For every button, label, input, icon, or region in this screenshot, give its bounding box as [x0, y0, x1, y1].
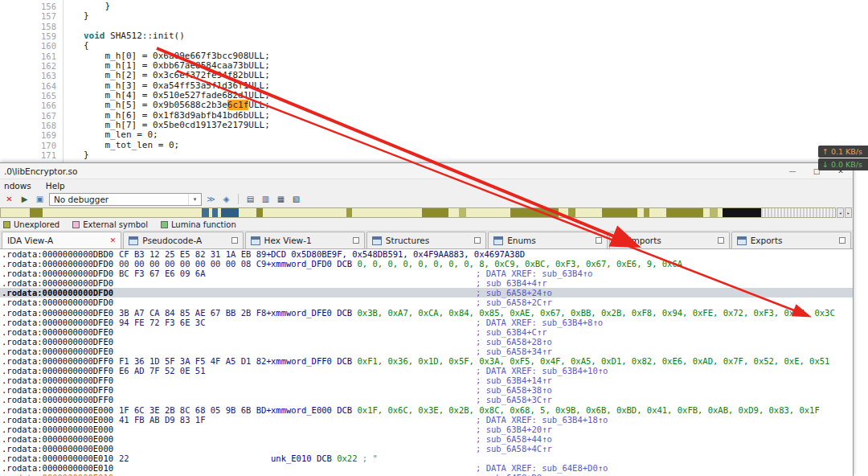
listing-line[interactable]: .rodata:0000000000DFF0E6 AD 7F 52 0E 51;…: [0, 366, 853, 375]
tab-imports[interactable]: Imports: [609, 232, 729, 248]
code-text: m_tot_len = 0;: [84, 141, 179, 150]
cancel-icon[interactable]: ✕: [3, 193, 15, 205]
listing-line[interactable]: .rodata:0000000000DBD0CF B3 12 25 E5 82 …: [0, 249, 853, 259]
code-line[interactable]: 159void SHA512::init(): [0, 31, 868, 41]
listing-line[interactable]: .rodata:0000000000DFE03B A7 CA 84 85 AE …: [0, 308, 853, 318]
attach-icon[interactable]: ▣: [34, 193, 46, 205]
detach-tab-icon[interactable]: [353, 237, 359, 244]
tab-pseudocode-a[interactable]: Pseudocode-A: [123, 232, 243, 248]
navband-segment: [666, 208, 703, 217]
disasm-num: 0xF1, 0x36, 0x1D, 0x5F, 0x3A, 0xF5, 0x4F…: [357, 356, 829, 366]
xref-comment: ; DATA XREF: sub_63B4↑o: [476, 269, 592, 278]
navigation-band-arrows: ◂▸: [837, 207, 853, 218]
listing-line[interactable]: .rodata:0000000000DFE0; sub_6A58+28↑o: [0, 337, 853, 347]
minimize-button[interactable]: —: [780, 163, 805, 178]
run-until-icon[interactable]: ◈: [220, 193, 232, 205]
listing-line[interactable]: .rodata:0000000000DFD0; sub_6A58+2C↑r: [0, 298, 853, 307]
code-segment: m_h[0] = 0x6a09e667f3bcc908ULL;: [84, 51, 270, 61]
tab-ida-view-a[interactable]: IDA View-A✕: [2, 232, 121, 248]
network-speed-overlay: ↑ 0.1 KB/s ↓ 0.0 KB/s: [818, 146, 868, 171]
code-segment: ULL;: [248, 100, 270, 110]
disasm-num: 0x1F, 0x6C, 0x3E, 0x2B, 0x8C, 0x68, 5, 0…: [357, 405, 819, 415]
listing-line[interactable]: .rodata:0000000000DFE0; sub_6A58+34↑r: [0, 347, 853, 356]
disasm-ins: DCD 0x5D80BE9F, 0x548DB591, 0x4F9AA883, …: [271, 249, 525, 259]
listing-line[interactable]: .rodata:0000000000DFD0; sub_63B4+4↑r: [0, 278, 853, 288]
code-editor-pane[interactable]: 156 }157}158159void SHA512::init()160{16…: [0, 0, 868, 162]
disassembly-listing[interactable]: .rodata:0000000000DBD0CF B3 12 25 E5 82 …: [0, 249, 853, 476]
byte-values: BC F3 67 E6 09 6A: [119, 269, 205, 278]
line-number: 165: [0, 91, 56, 101]
line-number: 171: [0, 150, 56, 160]
tab-exports[interactable]: Exports: [731, 232, 851, 248]
code-segment: m_h[6] = 0x1f83d9abfb41bd6bULL;: [84, 110, 270, 121]
tab-hex-view-1[interactable]: Hex View-1: [245, 232, 365, 248]
byte-values: 22: [119, 453, 129, 463]
xref-comment: ; sub_6A58+2C↑r: [476, 298, 552, 307]
xref-comment: ; DATA XREF: sub_63B4+10↑o: [476, 366, 608, 375]
listing-line[interactable]: .rodata:0000000000DFE0; sub_63B4+C↑r: [0, 327, 853, 337]
detach-tab-icon[interactable]: [474, 237, 481, 244]
listing-line[interactable]: .rodata:0000000000E010; DATA XREF: sub_6…: [0, 463, 853, 473]
listing-line[interactable]: .rodata:0000000000DFD000 00 00 00 00 00 …: [0, 259, 853, 269]
ida-pro-window: .0\libEncryptor.so —□✕ ndowsHelp ✕▶▣No d…: [0, 162, 854, 476]
line-number: 166: [0, 101, 56, 110]
disasm-name: xmmword_DFE0: [271, 308, 337, 318]
code-line[interactable]: 171}: [0, 150, 868, 160]
disasm-name: xmmword_E000: [271, 405, 337, 415]
listing-line[interactable]: .rodata:0000000000E0001F 6C 3E 2B 8C 68 …: [0, 405, 853, 415]
listing-line[interactable]: .rodata:0000000000E000; sub_6A58+4C↑r: [0, 444, 853, 453]
code-segment: m_h[4] = 0x510e527fade682d1ULL;: [84, 90, 270, 101]
listing-line[interactable]: .rodata:0000000000E000; sub_6A58+44↑o: [0, 434, 853, 444]
menu-item-ndows[interactable]: ndows: [2, 181, 33, 191]
view-toggle-1-icon[interactable]: ▤: [244, 193, 256, 205]
detach-tab-icon[interactable]: [231, 237, 238, 244]
code-segment: }: [84, 1, 110, 11]
code-line[interactable]: 156 }: [0, 2, 868, 11]
detach-tab-icon[interactable]: [718, 237, 724, 244]
address: .rodata:0000000000DFD0: [2, 288, 113, 298]
navband-left-icon[interactable]: ◂: [837, 207, 844, 218]
listing-line[interactable]: .rodata:0000000000E010; sub_64E8+D8↑o: [0, 473, 853, 476]
close-tab-icon[interactable]: ✕: [110, 236, 117, 244]
code-segment: m_h[5] = 0x9b05688c2b3e: [84, 100, 227, 110]
window-titlebar[interactable]: .0\libEncryptor.so —□✕: [0, 163, 853, 179]
tab-structures[interactable]: Structures: [366, 232, 486, 248]
debugger-select[interactable]: No debugger▾: [49, 193, 202, 206]
listing-line[interactable]: .rodata:0000000000DFD0; sub_6A58+24↑o: [0, 288, 853, 298]
navband-right-icon[interactable]: ▸: [845, 207, 852, 218]
listing-line[interactable]: .rodata:0000000000DFF0F1 36 1D 5F 3A F5 …: [0, 356, 853, 366]
disasm-ins: DCB: [317, 453, 337, 463]
tab-enums[interactable]: Enums: [488, 232, 608, 248]
step-over-icon[interactable]: ≫: [205, 193, 217, 205]
disasm-body: xmmword_DFD0 DCB 0, 0, 0, 0, 0, 0, 0, 0,…: [271, 259, 682, 269]
xref-comment: ; sub_6A58+24↑o: [476, 288, 552, 298]
listing-line[interactable]: .rodata:0000000000DFD0BC F3 67 E6 09 6A;…: [0, 269, 853, 278]
listing-line[interactable]: .rodata:0000000000DFF0; sub_6A58+38↑o: [0, 385, 853, 395]
code-line[interactable]: 170 m_tot_len = 0;: [0, 141, 868, 150]
toolbar-separator: [238, 194, 239, 204]
listing-line[interactable]: .rodata:0000000000DFE094 FE 72 F3 6E 3C;…: [0, 318, 853, 327]
view-toggle-4-icon[interactable]: ▧: [290, 193, 302, 205]
legend-color-swatch: [72, 221, 80, 228]
code-line[interactable]: 157}: [0, 11, 868, 21]
tab-label: Exports: [751, 236, 783, 245]
listing-line[interactable]: .rodata:0000000000DFF0; sub_63B4+14↑r: [0, 375, 853, 385]
view-toggle-3-icon[interactable]: ▦: [275, 193, 287, 205]
menu-item-help[interactable]: Help: [44, 181, 67, 191]
upload-speed: ↑ 0.1 KB/s: [818, 146, 868, 158]
line-number: 170: [0, 141, 56, 150]
navigation-band[interactable]: [0, 207, 836, 218]
chevron-down-icon[interactable]: ▾: [188, 194, 201, 205]
tab-label: Hex View-1: [264, 236, 312, 245]
listing-line[interactable]: .rodata:0000000000E00041 FB AB D9 83 1F;…: [0, 415, 853, 425]
xref-comment: ; sub_63B4+C↑r: [476, 327, 547, 337]
listing-line[interactable]: .rodata:0000000000DFF0; sub_6A58+3C↑r: [0, 395, 853, 404]
listing-line[interactable]: .rodata:0000000000E000; sub_63B4+20↑r: [0, 425, 853, 434]
detach-tab-icon[interactable]: [596, 237, 602, 244]
listing-line[interactable]: .rodata:0000000000E01022unk_E010 DCB 0x2…: [0, 453, 853, 463]
code-segment: {: [84, 40, 89, 51]
disasm-num: 0x22: [337, 453, 362, 463]
start-process-icon[interactable]: ▶: [18, 193, 31, 205]
detach-tab-icon[interactable]: [839, 237, 845, 244]
view-toggle-2-icon[interactable]: ▥: [260, 193, 272, 205]
